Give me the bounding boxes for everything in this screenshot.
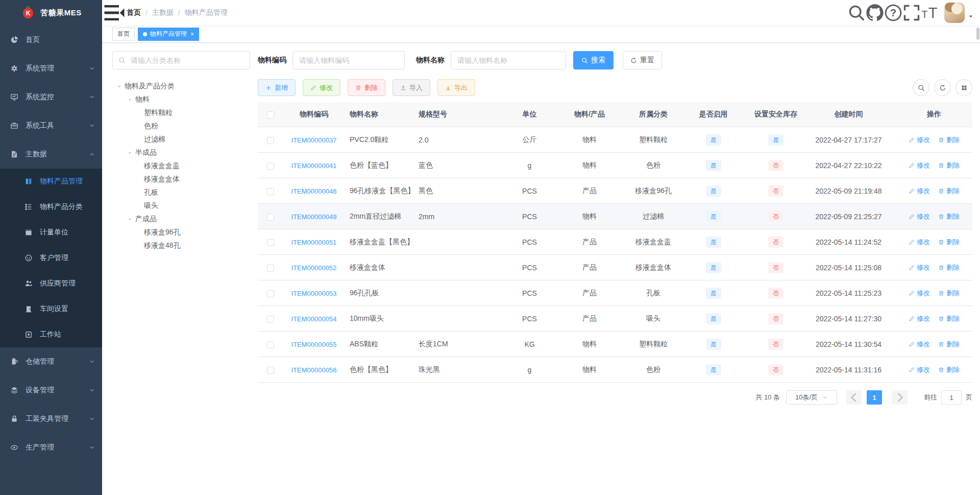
sidebar-item-system-monitoring[interactable]: 系统监控 (0, 83, 102, 111)
row-delete-link[interactable]: 删除 (938, 365, 960, 374)
item-code-link[interactable]: ITEM00000052 (291, 264, 337, 272)
delete-button[interactable]: 删除 (348, 79, 385, 96)
search-button[interactable]: 搜索 (573, 51, 614, 69)
row-checkbox[interactable] (267, 341, 274, 348)
next-page-button[interactable] (892, 390, 908, 405)
tree-node[interactable]: 物料 (112, 93, 250, 106)
item-code-link[interactable]: ITEM00000046 (291, 187, 337, 195)
tag-home[interactable]: 首页 (112, 28, 135, 41)
sidebar-item-production-management[interactable]: 生产管理 (0, 433, 102, 462)
add-button[interactable]: 新增 (258, 79, 296, 96)
row-delete-link[interactable]: 删除 (938, 263, 960, 272)
tree-node[interactable]: 过滤棉 (112, 133, 250, 146)
item-code-link[interactable]: ITEM00000055 (291, 341, 337, 348)
github-icon[interactable] (866, 0, 884, 26)
item-code-link[interactable]: ITEM00000056 (291, 366, 337, 374)
reset-button[interactable]: 重置 (623, 51, 662, 69)
row-checkbox[interactable] (267, 137, 274, 144)
row-edit-link[interactable]: 修改 (909, 314, 930, 323)
sidebar-item-workshop-settings[interactable]: 车间设置 (0, 296, 102, 322)
row-edit-link[interactable]: 修改 (909, 212, 930, 221)
item-code-link[interactable]: ITEM00000041 (291, 162, 337, 170)
sidebar-item-measure-unit[interactable]: 计量单位 (0, 220, 102, 245)
page-size-select[interactable]: 10条/页 (786, 390, 837, 405)
row-edit-link[interactable]: 修改 (909, 365, 930, 374)
category-search-input[interactable] (130, 56, 244, 65)
row-delete-link[interactable]: 删除 (938, 212, 960, 221)
row-checkbox[interactable] (267, 214, 274, 221)
import-button[interactable]: 导入 (393, 79, 430, 96)
sidebar-item-warehouse-management[interactable]: 仓储管理 (0, 347, 102, 376)
question-icon[interactable]: ? (884, 0, 902, 26)
table-columns-button[interactable] (955, 79, 972, 96)
material-name-input[interactable] (451, 51, 566, 69)
tree-node[interactable]: 物料及产品分类 (112, 80, 250, 93)
tree-node[interactable]: 色粉 (112, 120, 250, 133)
item-code-link[interactable]: ITEM00000054 (291, 315, 337, 323)
row-checkbox[interactable] (267, 188, 274, 195)
tree-node[interactable]: 移液盒盒体 (112, 173, 250, 186)
tree-node[interactable]: 移液盒48孔 (112, 239, 250, 252)
breadcrumb-item[interactable]: 首页 (127, 8, 141, 17)
tree-node[interactable]: 吸头 (112, 199, 250, 213)
app-logo[interactable]: K 苦糖果MES (0, 0, 102, 26)
chevron-down-icon[interactable] (968, 13, 974, 19)
item-code-link[interactable]: ITEM00000051 (291, 239, 337, 246)
page-scrollbar[interactable] (976, 28, 979, 40)
sidebar-item-customer-management[interactable]: 客户管理 (0, 245, 102, 271)
sidebar-item-master-data[interactable]: 主数据 (0, 140, 102, 169)
row-edit-link[interactable]: 修改 (909, 289, 930, 298)
select-all-checkbox[interactable] (267, 111, 274, 119)
page-number-1[interactable]: 1 (867, 390, 882, 405)
row-edit-link[interactable]: 修改 (909, 135, 930, 145)
sidebar-item-workstation[interactable]: 工作站 (0, 322, 102, 347)
row-checkbox[interactable] (267, 265, 274, 272)
search-icon[interactable] (847, 0, 866, 26)
row-checkbox[interactable] (267, 367, 274, 374)
goto-page-input[interactable] (941, 390, 962, 405)
hamburger-icon[interactable] (102, 0, 127, 26)
sidebar-item-home[interactable]: 首页 (0, 26, 102, 54)
tree-node[interactable]: 半成品 (112, 146, 250, 159)
row-edit-link[interactable]: 修改 (909, 340, 930, 349)
row-checkbox[interactable] (267, 239, 274, 246)
row-delete-link[interactable]: 删除 (938, 340, 960, 349)
sidebar-item-material-product-management[interactable]: 物料产品管理 (0, 169, 102, 194)
sidebar-item-material-product-category[interactable]: 物料产品分类 (0, 194, 102, 220)
table-search-button[interactable] (913, 79, 929, 96)
sidebar-item-fixture-management[interactable]: 工装夹具管理 (0, 405, 102, 433)
fullscreen-icon[interactable] (902, 0, 921, 26)
font-size-icon[interactable]: TT (921, 0, 939, 26)
row-delete-link[interactable]: 删除 (938, 186, 960, 196)
row-edit-link[interactable]: 修改 (909, 186, 930, 196)
tag-material-product-management[interactable]: 物料产品管理× (138, 28, 199, 41)
tree-node[interactable]: 孔板 (112, 186, 250, 199)
row-checkbox[interactable] (267, 162, 274, 170)
row-delete-link[interactable]: 删除 (938, 238, 960, 247)
prev-page-button[interactable] (846, 390, 862, 405)
tree-node[interactable]: 移液盒96孔 (112, 226, 250, 239)
sidebar-item-equipment-management[interactable]: 设备管理 (0, 376, 102, 405)
row-checkbox[interactable] (267, 290, 274, 297)
close-icon[interactable]: × (190, 31, 194, 37)
sidebar-item-system-tools[interactable]: 系统工具 (0, 111, 102, 140)
item-code-link[interactable]: ITEM00000037 (291, 136, 337, 144)
row-delete-link[interactable]: 删除 (938, 289, 960, 298)
tree-node[interactable]: 移液盒盒盖 (112, 159, 250, 173)
row-delete-link[interactable]: 删除 (938, 161, 960, 170)
row-delete-link[interactable]: 删除 (938, 314, 960, 323)
material-code-input[interactable] (292, 51, 405, 69)
sidebar-item-supplier-management[interactable]: 供应商管理 (0, 271, 102, 296)
edit-button[interactable]: 修改 (303, 79, 340, 96)
item-code-link[interactable]: ITEM00000049 (291, 213, 337, 221)
sidebar-item-system-management[interactable]: 系统管理 (0, 54, 102, 83)
tree-node[interactable]: 塑料颗粒 (112, 106, 250, 120)
tree-node[interactable]: 产成品 (112, 213, 250, 226)
row-edit-link[interactable]: 修改 (909, 161, 930, 170)
export-button[interactable]: 导出 (437, 79, 475, 96)
avatar[interactable] (944, 3, 965, 23)
row-edit-link[interactable]: 修改 (909, 238, 930, 247)
row-edit-link[interactable]: 修改 (909, 263, 930, 272)
row-delete-link[interactable]: 删除 (938, 135, 960, 145)
row-checkbox[interactable] (267, 316, 274, 323)
